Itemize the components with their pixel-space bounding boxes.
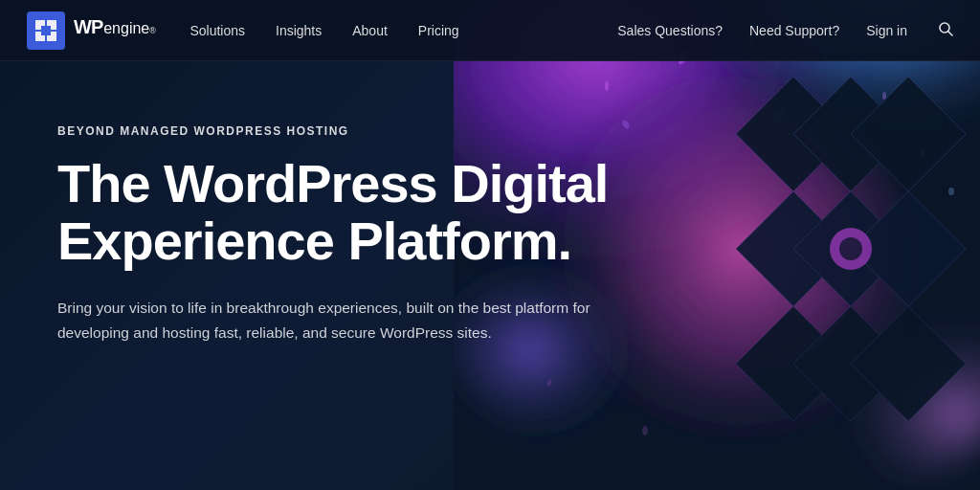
logo-text: WPengine® (73, 16, 155, 45)
hero-heading: The WordPress Digital Experience Platfor… (57, 155, 612, 271)
nav-insights[interactable]: Insights (276, 23, 322, 38)
svg-rect-4 (41, 26, 51, 35)
search-icon[interactable] (938, 21, 953, 40)
svg-point-34 (839, 237, 862, 260)
nav-links-left: Solutions Insights About Pricing (189, 23, 617, 38)
hero-heading-line1: The WordPress Digital (57, 153, 608, 213)
hero-heading-line2: Experience Platform. (57, 211, 571, 271)
hero-section: BEYOND MANAGED WORDPRESS HOSTING The Wor… (0, 0, 980, 490)
logo[interactable]: WPengine® (27, 11, 155, 50)
nav-about[interactable]: About (352, 23, 388, 38)
hero-content: BEYOND MANAGED WORDPRESS HOSTING The Wor… (57, 124, 612, 345)
hero-eyebrow: BEYOND MANAGED WORDPRESS HOSTING (57, 124, 612, 138)
nav-links-right: Sales Questions? Need Support? Sign in (617, 21, 953, 40)
svg-point-15 (605, 81, 609, 91)
navbar: WPengine® Solutions Insights About Prici… (0, 0, 980, 61)
svg-point-21 (948, 188, 954, 195)
nav-support[interactable]: Need Support? (749, 23, 839, 38)
logo-icon (27, 11, 65, 50)
svg-point-23 (642, 426, 648, 435)
hero-body-text: Bring your vision to life in breakthroug… (57, 296, 612, 345)
nav-sales[interactable]: Sales Questions? (617, 23, 723, 38)
svg-line-6 (948, 32, 952, 35)
nav-pricing[interactable]: Pricing (418, 23, 459, 38)
nav-solutions[interactable]: Solutions (189, 23, 245, 38)
svg-point-17 (882, 92, 886, 100)
nav-signin[interactable]: Sign in (866, 23, 907, 38)
